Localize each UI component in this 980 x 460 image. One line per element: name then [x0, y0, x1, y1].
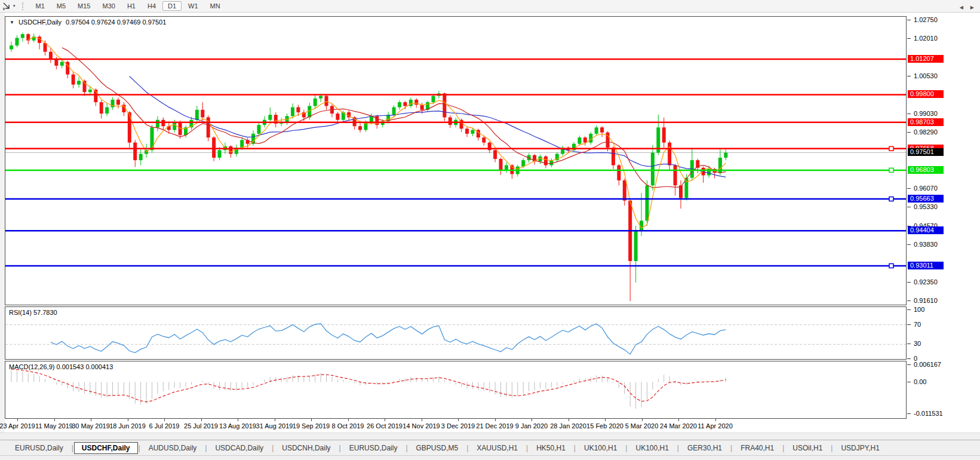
- level-price-label[interactable]: 0.99800: [908, 90, 944, 98]
- window-left-frame: [0, 13, 5, 433]
- scale-tick-mark: [907, 324, 911, 325]
- moving-average-medium: [62, 48, 726, 188]
- mt4-trading-window: { "toolbar": { "timeframes": ["M1","M5",…: [0, 0, 980, 460]
- tab-fra40-h1[interactable]: FRA40,H1: [733, 442, 782, 454]
- macd-indicator-panel: MACD(12,26,9) 0.001543 0.000413: [5, 361, 907, 419]
- tab-eurusd-daily[interactable]: EURUSD,Daily: [342, 442, 405, 454]
- tab-scroll-left-icon[interactable]: ◀: [960, 5, 963, 10]
- rsi-canvas[interactable]: [5, 307, 906, 359]
- date-label: 6 Jul 2019: [149, 422, 180, 430]
- date-axis[interactable]: 23 Apr 201911 May 201930 May 201918 Jun …: [5, 420, 907, 432]
- tab-usoil-h1[interactable]: USOil,H1: [785, 442, 830, 454]
- date-tick-mark: [17, 419, 18, 421]
- rsi-line: [51, 324, 726, 354]
- tab-ger30-h1[interactable]: GER30,H1: [680, 442, 730, 454]
- tab-usdjpy-h1[interactable]: USDJPY,H1: [833, 442, 887, 454]
- price-scale-tick: 0.96070: [914, 185, 938, 192]
- macd-canvas[interactable]: [5, 361, 906, 418]
- macd-label: MACD(12,26,9) 0.001543 0.000413: [9, 363, 113, 370]
- level-line-handle[interactable]: [889, 263, 893, 268]
- date-tick-mark: [715, 419, 716, 421]
- horizontal-level-line[interactable]: [5, 197, 906, 201]
- date-tick-mark: [54, 419, 55, 421]
- tab-uk100-h1[interactable]: UK100,H1: [628, 442, 676, 454]
- timeframe-button-m30[interactable]: M30: [97, 1, 120, 11]
- scale-tick-mark: [907, 364, 911, 365]
- date-tick-mark: [495, 419, 496, 421]
- tab-gbpusd-m5[interactable]: GBPUSD,M5: [408, 442, 466, 454]
- date-tick-mark: [128, 419, 128, 421]
- horizontal-level-line[interactable]: [5, 263, 906, 268]
- chart-dropdown-icon[interactable]: ▼: [10, 20, 14, 25]
- chart-symbol-label: USDCHF,Daily: [19, 19, 62, 26]
- date-label: 3 Dec 2019: [441, 422, 475, 430]
- level-line-handle[interactable]: [889, 168, 893, 172]
- chart-tool-dropdown-icon[interactable]: ▾: [13, 4, 16, 8]
- timeframe-button-h1[interactable]: H1: [122, 1, 141, 11]
- date-tick-mark: [569, 419, 569, 421]
- price-scale[interactable]: 1.027501.020101.005300.990300.982900.960…: [907, 0, 980, 460]
- level-price-label[interactable]: 1.01207: [908, 55, 944, 63]
- price-chart-canvas[interactable]: [5, 17, 906, 305]
- level-price-label[interactable]: 0.96803: [908, 166, 944, 174]
- timeframe-button-d1[interactable]: D1: [162, 1, 182, 11]
- moving-average-slow: [130, 76, 726, 177]
- tab-usdcad-daily[interactable]: USDCAD,Daily: [207, 442, 271, 454]
- tab-usdcnh-daily[interactable]: USDCNH,Daily: [274, 442, 338, 454]
- timeframe-button-mn[interactable]: MN: [205, 1, 226, 11]
- macd-scale-tick: 0.006167: [914, 361, 941, 369]
- candlestick-series: [10, 33, 727, 301]
- date-tick-mark: [348, 419, 349, 421]
- level-price-label[interactable]: 0.93011: [908, 262, 944, 269]
- horizontal-scroll-strip[interactable]: [0, 433, 980, 440]
- level-price-label[interactable]: 0.95663: [908, 195, 944, 203]
- level-price-label[interactable]: 0.94404: [908, 226, 944, 234]
- scale-tick-mark: [907, 300, 911, 301]
- chart-tool-icon[interactable]: [2, 2, 12, 11]
- price-scale-tick: 0.91610: [914, 297, 938, 305]
- date-label: 19 Sep 2019: [293, 422, 330, 430]
- chart-tab-bar: EURUSD,Daily|USDCHF,Daily|AUDUSD,Daily|U…: [0, 440, 980, 455]
- date-label: 31 Aug 2019: [256, 422, 293, 430]
- date-tick-mark: [458, 419, 459, 421]
- tab-scroll-right-icon[interactable]: ▶: [970, 5, 974, 10]
- tab-uk100-h1[interactable]: UK100,H1: [576, 442, 625, 454]
- tab-xauusd-h1[interactable]: XAUUSD,H1: [469, 442, 526, 454]
- scale-tick-mark: [907, 20, 911, 20]
- level-line-handle[interactable]: [889, 197, 893, 201]
- rsi-scale-tick: 70: [914, 321, 921, 329]
- tab-eurusd-daily[interactable]: EURUSD,Daily: [7, 442, 71, 454]
- timeframe-button-w1[interactable]: W1: [183, 1, 204, 11]
- date-tick-mark: [422, 419, 422, 421]
- price-scale-tick: 0.95330: [914, 203, 938, 211]
- price-scale-tick: 0.99030: [914, 110, 938, 118]
- level-price-label[interactable]: 0.98703: [908, 118, 944, 126]
- price-scale-tick: 1.02010: [914, 35, 938, 42]
- timeframe-button-m1[interactable]: M1: [30, 1, 50, 11]
- level-line-handle[interactable]: [889, 146, 893, 151]
- timeframe-button-m5[interactable]: M5: [51, 1, 71, 11]
- horizontal-level-line[interactable]: [5, 168, 906, 172]
- price-scale-tick: 1.02750: [914, 16, 938, 24]
- scale-tick-mark: [907, 76, 911, 76]
- timeframe-button-h4[interactable]: H4: [142, 1, 161, 11]
- toolbar-drag-handle[interactable]: [22, 2, 25, 10]
- tab-audusd-daily[interactable]: AUDUSD,Daily: [141, 442, 205, 454]
- scale-tick-mark: [907, 344, 911, 344]
- date-tick-mark: [678, 419, 679, 421]
- rsi-label: RSI(14) 57.7830: [9, 309, 57, 316]
- date-label: 26 Oct 2019: [367, 422, 403, 430]
- scale-tick-mark: [907, 244, 911, 245]
- date-label: 21 Dec 2019: [476, 422, 513, 430]
- status-bar: [0, 455, 980, 460]
- tab-hk50-h1[interactable]: HK50,H1: [529, 442, 573, 454]
- price-chart-panel: ▼ USDCHF,Daily 0.97504 0.97624 0.97469 0…: [5, 16, 907, 305]
- tab-usdchf-daily[interactable]: USDCHF,Daily: [74, 442, 138, 454]
- date-label: 11 Apr 2020: [698, 422, 733, 430]
- top-toolbar: ▾ M1M5M15M30H1H4D1W1MN: [0, 0, 980, 13]
- date-tick-mark: [91, 419, 91, 421]
- date-label: 14 Nov 2019: [403, 422, 440, 430]
- date-label: 8 Oct 2019: [332, 422, 364, 430]
- timeframe-button-m15[interactable]: M15: [72, 1, 96, 11]
- date-label: 30 May 2019: [72, 422, 110, 430]
